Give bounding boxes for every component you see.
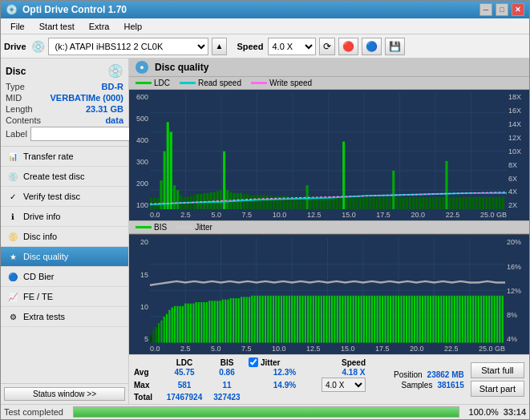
nav-extra-tests[interactable]: ⚙ Extra tests — [1, 307, 128, 327]
speed-icon-btn[interactable]: ⟳ — [319, 38, 335, 55]
nav-drive-info-label: Drive info — [23, 212, 60, 221]
svg-rect-72 — [342, 142, 345, 210]
bot-right-axis-1: 4% — [507, 335, 529, 343]
svg-rect-222 — [387, 296, 389, 343]
svg-rect-161 — [225, 300, 226, 343]
top-right-axis-1: 2X — [508, 201, 529, 209]
svg-rect-144 — [180, 306, 181, 343]
menu-help[interactable]: Help — [117, 20, 148, 33]
svg-rect-239 — [432, 296, 434, 343]
stats-speed-value: 4.18 X — [322, 368, 386, 377]
right-panel: ● Disc quality LDC Read speed Write spee… — [129, 59, 529, 404]
start-part-button[interactable]: Start part — [471, 381, 524, 397]
nav-disc-info[interactable]: 📀 Disc info — [1, 227, 128, 247]
label-input[interactable] — [30, 127, 137, 141]
svg-rect-47 — [260, 195, 262, 209]
start-full-button[interactable]: Start full — [471, 362, 524, 378]
stats-table: LDC BIS Jitter Speed Avg 45.75 0.86 12.3… — [134, 357, 387, 402]
svg-rect-173 — [257, 296, 258, 343]
nav-fe-te[interactable]: 📈 FE / TE — [1, 287, 128, 307]
contents-field: Contents — [6, 115, 41, 125]
top-right-axis-2: 4X — [508, 188, 529, 196]
svg-rect-258 — [483, 296, 484, 343]
menu-file[interactable]: File — [4, 20, 31, 33]
speed-label: Speed — [237, 42, 263, 51]
svg-rect-155 — [208, 301, 210, 343]
svg-rect-237 — [427, 296, 429, 343]
options-btn[interactable]: 🔵 — [362, 38, 382, 55]
svg-rect-250 — [462, 296, 463, 343]
svg-rect-32 — [210, 192, 212, 210]
svg-rect-223 — [390, 296, 391, 343]
stats-speed-select[interactable]: 4.0 X — [322, 378, 366, 392]
mid-field: MID — [6, 93, 22, 103]
disc-panel-icon: 💿 — [107, 63, 123, 79]
svg-rect-82 — [375, 197, 378, 210]
svg-rect-228 — [403, 296, 405, 343]
nav-verify-test-disc-label: Verify test disc — [23, 192, 80, 201]
top-right-axis-6: 12X — [508, 134, 529, 142]
svg-rect-66 — [322, 197, 325, 210]
svg-rect-219 — [379, 296, 381, 343]
status-text: Test completed — [4, 407, 63, 417]
samples-value: 381615 — [437, 381, 463, 390]
menu-extra[interactable]: Extra — [83, 20, 116, 33]
svg-rect-78 — [362, 197, 365, 210]
toolbar: Drive 💿 (k:) ATAPI iHBS112 2 CL0K ▲ Spee… — [1, 34, 529, 59]
speed-select[interactable]: 4.0 X — [268, 38, 316, 55]
svg-rect-201 — [331, 296, 333, 343]
svg-rect-17 — [160, 180, 162, 209]
status-window-button[interactable]: Status window >> — [4, 387, 125, 401]
position-label: Position — [394, 370, 423, 379]
burn-btn[interactable]: 🔴 — [338, 38, 358, 55]
svg-rect-231 — [411, 296, 413, 343]
top-left-axis-2: 200 — [129, 180, 148, 188]
svg-rect-90 — [403, 197, 405, 210]
disc-quality-title: Disc quality — [155, 62, 208, 73]
nav-verify-test-disc[interactable]: ✓ Verify test disc — [1, 187, 128, 207]
maximize-button[interactable]: □ — [496, 3, 508, 16]
svg-rect-232 — [414, 296, 415, 343]
svg-rect-195 — [315, 296, 317, 343]
legend-read-speed: Read speed — [180, 79, 241, 87]
menu-start-test[interactable]: Start test — [33, 20, 81, 33]
top-left-axis-6: 600 — [129, 93, 148, 101]
nav-transfer-rate[interactable]: 📊 Transfer rate — [1, 147, 128, 167]
svg-rect-255 — [475, 296, 476, 343]
svg-rect-73 — [346, 197, 348, 210]
drive-icon: 💿 — [31, 40, 45, 53]
stats-total-ldc: 17467924 — [164, 393, 205, 402]
svg-rect-140 — [168, 310, 170, 343]
svg-rect-69 — [333, 197, 335, 210]
save-btn[interactable]: 💾 — [385, 38, 405, 55]
disc-info-panel: Disc 💿 Type BD-R MID VERBATIMe (000) Len… — [1, 59, 128, 147]
svg-rect-229 — [406, 296, 407, 343]
drive-select[interactable]: (k:) ATAPI iHBS112 2 CL0K — [48, 38, 208, 55]
top-left-axis-3: 300 — [129, 158, 148, 166]
svg-rect-93 — [412, 197, 415, 210]
svg-rect-86 — [389, 197, 391, 210]
stats-speed-select-row: 4.0 X — [322, 378, 386, 392]
svg-rect-216 — [371, 296, 373, 343]
jitter-checkbox[interactable] — [249, 357, 258, 367]
legend-ldc-label: LDC — [154, 79, 170, 87]
nav-create-test-disc[interactable]: 💿 Create test disc — [1, 167, 128, 187]
svg-rect-74 — [349, 197, 351, 210]
close-button[interactable]: ✕ — [512, 3, 524, 16]
svg-rect-188 — [297, 296, 298, 343]
svg-rect-49 — [266, 195, 269, 209]
nav-disc-quality[interactable]: ★ Disc quality — [1, 247, 128, 267]
nav-drive-info[interactable]: ℹ Drive info — [1, 207, 128, 227]
legend-write-speed-label: Write speed — [269, 79, 312, 87]
svg-rect-120 — [502, 197, 504, 210]
stats-avg-ldc: 45.75 — [164, 368, 205, 377]
extra-tests-icon: ⚙ — [7, 311, 18, 322]
nav-cd-bier[interactable]: 🔵 CD Bier — [1, 267, 128, 287]
legend-bis: BIS — [136, 223, 167, 232]
svg-rect-244 — [446, 296, 447, 343]
eject-button[interactable]: ▲ — [212, 38, 228, 55]
minimize-button[interactable]: ─ — [479, 3, 492, 16]
svg-rect-194 — [313, 296, 314, 343]
svg-rect-111 — [472, 197, 475, 210]
svg-rect-166 — [238, 299, 240, 343]
